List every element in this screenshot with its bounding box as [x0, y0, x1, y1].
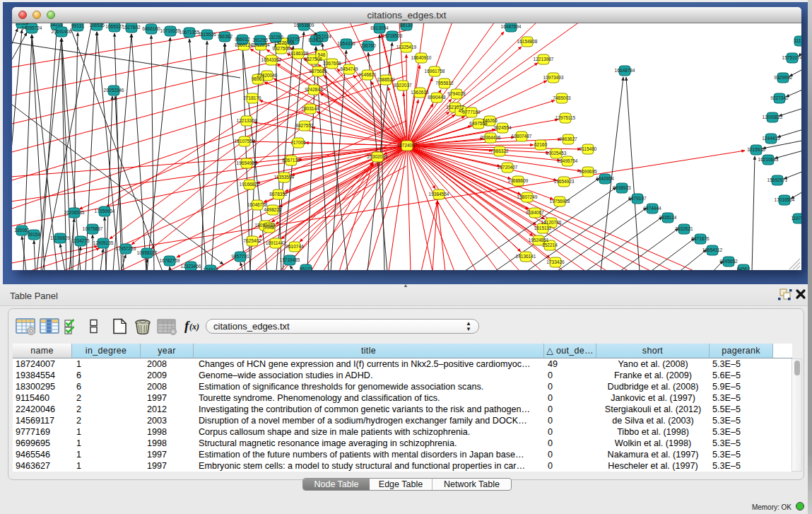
svg-text:9794028: 9794028 [447, 91, 466, 96]
svg-text:7485003: 7485003 [553, 95, 571, 100]
svg-text:88130: 88130 [400, 23, 413, 28]
svg-text:12093822: 12093822 [763, 115, 783, 119]
svg-text:6466160: 6466160 [142, 26, 160, 31]
svg-text:106535: 106535 [89, 23, 105, 28]
svg-text:1615112: 1615112 [534, 226, 552, 230]
svg-text:7986322: 7986322 [490, 148, 509, 153]
svg-text:8678352: 8678352 [269, 192, 288, 197]
svg-text:9227342: 9227342 [770, 95, 789, 100]
svg-text:98961: 98961 [252, 76, 264, 81]
svg-text:8660124: 8660124 [235, 42, 253, 47]
svg-text:9699695: 9699695 [579, 169, 597, 174]
svg-text:9146821: 9146821 [358, 72, 377, 77]
svg-text:9242848: 9242848 [305, 87, 323, 92]
svg-text:9610744: 9610744 [286, 244, 304, 249]
svg-text:10958107: 10958107 [137, 250, 158, 255]
svg-text:19654923: 19654923 [554, 179, 575, 184]
svg-text:12323466: 12323466 [181, 264, 201, 269]
svg-text:391295: 391295 [252, 37, 268, 42]
svg-text:17359934: 17359934 [95, 209, 115, 214]
svg-text:17957253: 17957253 [116, 246, 136, 251]
svg-text:12213369: 12213369 [237, 118, 257, 123]
svg-text:11156829: 11156829 [50, 235, 70, 240]
svg-text:236760: 236760 [360, 43, 376, 48]
svg-text:19384554: 19384554 [429, 192, 449, 197]
svg-text:7803144: 7803144 [301, 106, 319, 111]
svg-text:8813054: 8813054 [370, 25, 389, 30]
svg-text:20691406: 20691406 [52, 29, 72, 34]
svg-text:9329996: 9329996 [774, 75, 792, 80]
svg-text:12905135: 12905135 [93, 240, 114, 245]
svg-text:8938923: 8938923 [613, 185, 631, 190]
svg-text:16911443: 16911443 [266, 240, 286, 245]
svg-text:15720407: 15720407 [498, 165, 518, 170]
svg-text:1654336: 1654336 [337, 41, 355, 46]
svg-text:10975887: 10975887 [83, 226, 103, 231]
svg-text:25302033: 25302033 [367, 154, 388, 159]
svg-text:11174: 11174 [794, 38, 801, 43]
svg-text:99131: 99131 [71, 23, 84, 28]
svg-text:15807249: 15807249 [517, 194, 538, 199]
svg-text:8267130: 8267130 [282, 158, 300, 163]
svg-text:19166827: 19166827 [240, 182, 260, 187]
svg-text:1640954: 1640954 [596, 176, 614, 181]
svg-text:20053346: 20053346 [104, 88, 124, 93]
svg-text:8322037: 8322037 [394, 83, 412, 88]
svg-text:4498222: 4498222 [264, 207, 282, 212]
svg-text:9474444: 9474444 [643, 206, 661, 211]
svg-text:1234275: 1234275 [71, 238, 90, 243]
svg-text:18216: 18216 [50, 23, 63, 27]
svg-text:16210643: 16210643 [758, 157, 779, 162]
svg-text:62160: 62160 [534, 142, 547, 147]
svg-text:14055724: 14055724 [22, 25, 42, 30]
svg-text:3875685: 3875685 [309, 69, 327, 74]
svg-text:7515526: 7515526 [198, 32, 216, 37]
svg-text:10807487: 10807487 [512, 134, 532, 139]
svg-text:9184067: 9184067 [526, 210, 544, 215]
svg-text:15716485: 15716485 [280, 257, 300, 262]
svg-text:9327508: 9327508 [304, 57, 322, 62]
svg-text:1244415: 1244415 [762, 136, 780, 141]
svg-text:1733426: 1733426 [546, 259, 565, 264]
svg-text:9457791: 9457791 [231, 254, 249, 259]
svg-text:39154: 39154 [28, 232, 40, 237]
svg-text:8427552: 8427552 [295, 123, 314, 128]
svg-text:9327508: 9327508 [272, 46, 290, 51]
svg-text:12975115: 12975115 [555, 115, 576, 120]
svg-text:20206535: 20206535 [64, 210, 85, 215]
svg-text:217006: 217006 [290, 140, 306, 145]
svg-text:8471676: 8471676 [691, 236, 710, 241]
svg-text:2367608: 2367608 [323, 61, 341, 66]
svg-text:8454749: 8454749 [340, 66, 358, 71]
svg-text:10973493: 10973493 [543, 75, 564, 80]
svg-text:11325419: 11325419 [396, 45, 417, 49]
svg-text:15751074: 15751074 [782, 55, 801, 60]
svg-text:15692971: 15692971 [767, 177, 788, 182]
svg-text:1527602: 1527602 [122, 25, 141, 30]
svg-text:19218506: 19218506 [382, 33, 403, 38]
svg-text:3624554: 3624554 [493, 125, 512, 130]
svg-text:1362615: 1362615 [411, 90, 429, 95]
svg-text:3215938: 3215938 [747, 147, 765, 152]
svg-text:766382: 766382 [217, 34, 233, 39]
svg-text:17016504: 17016504 [775, 197, 795, 202]
svg-text:2718176: 2718176 [243, 95, 261, 100]
svg-text:11353594: 11353594 [274, 175, 295, 180]
svg-text:9948: 9948 [264, 225, 275, 230]
svg-text:16648784: 16648784 [615, 68, 635, 73]
svg-text:16782759: 16782759 [160, 258, 180, 263]
svg-text:7955812: 7955812 [435, 81, 454, 86]
svg-text:10719155: 10719155 [160, 28, 181, 33]
svg-text:1065327: 1065327 [105, 24, 124, 29]
svg-text:16961758: 16961758 [425, 69, 445, 74]
svg-text:16543362: 16543362 [261, 57, 282, 62]
svg-text:7625402: 7625402 [243, 238, 261, 243]
svg-text:18107552: 18107552 [235, 139, 255, 144]
svg-text:546: 546 [318, 52, 326, 57]
svg-text:18724007: 18724007 [397, 143, 418, 148]
svg-text:9463627: 9463627 [559, 136, 577, 141]
svg-text:18495754: 18495754 [558, 158, 578, 163]
svg-text:94562: 94562 [737, 267, 750, 270]
svg-text:19756928: 19756928 [550, 199, 570, 204]
svg-text:6479197: 6479197 [628, 196, 647, 201]
